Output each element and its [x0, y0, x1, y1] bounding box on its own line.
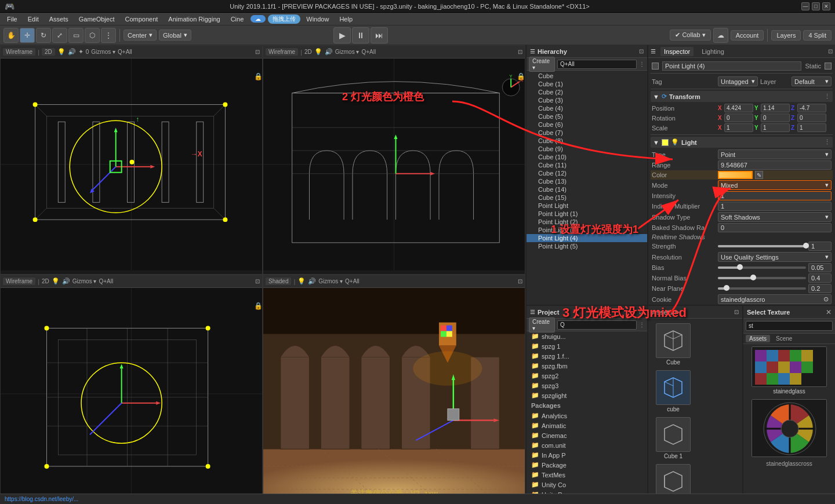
- hierarchy-item-pointlight1[interactable]: Point Light (1): [527, 210, 647, 218]
- tab-inspector[interactable]: Inspector: [660, 47, 694, 56]
- hierarchy-item-pointlight[interactable]: Point Light: [527, 202, 647, 210]
- menu-file[interactable]: File: [2, 14, 22, 24]
- inspector-maximize[interactable]: ⊡: [828, 48, 833, 54]
- project-item-unityco[interactable]: 📁Unity Co: [527, 480, 647, 490]
- object-enabled-checkbox[interactable]: [652, 63, 659, 70]
- transform-tool-button[interactable]: ⬡: [85, 28, 100, 43]
- hierarchy-collapse-icon[interactable]: ⋮: [639, 61, 645, 67]
- shadow-type-dropdown[interactable]: Soft Shadows ▾: [718, 212, 832, 222]
- static-checkbox[interactable]: [825, 63, 832, 70]
- rect-tool-button[interactable]: ▭: [68, 28, 84, 43]
- vp-right-2d-label[interactable]: 2D: [42, 278, 49, 284]
- hierarchy-item-cube5[interactable]: Cube (5): [527, 112, 647, 120]
- scale-y-field[interactable]: [761, 123, 790, 132]
- position-y-field[interactable]: [761, 104, 790, 112]
- vp-persp-maxbtn[interactable]: ⊡: [518, 278, 522, 284]
- strength-value-field[interactable]: [808, 242, 832, 251]
- hierarchy-item-cube[interactable]: Cube: [527, 72, 647, 80]
- vp-front-search[interactable]: Q+All: [361, 49, 376, 55]
- project-item-spzgfbm[interactable]: 📁spzg.fbm: [527, 361, 647, 371]
- vp-persp-audio-icon[interactable]: 🔊: [308, 277, 316, 285]
- scale-tool-button[interactable]: ⤢: [52, 28, 67, 43]
- cookie-dropdown[interactable]: stainedglasscro ⊙: [718, 294, 832, 304]
- bias-value-field[interactable]: [808, 263, 832, 272]
- vp-front-audio-icon[interactable]: 🔊: [325, 48, 333, 56]
- project-create-button[interactable]: Create ▾: [529, 317, 555, 333]
- project-item-analytics[interactable]: 📁Analytics: [527, 411, 647, 421]
- vp-top-maxbtn[interactable]: ⊡: [255, 49, 260, 55]
- vp-right-wireframe-label[interactable]: Wireframe: [3, 277, 35, 285]
- vp-right-search[interactable]: Q+All: [99, 278, 113, 284]
- object-name-field[interactable]: [662, 61, 801, 71]
- position-x-field[interactable]: [724, 104, 753, 112]
- assets-maximize[interactable]: ⊡: [734, 309, 739, 315]
- vp-top-2d-label[interactable]: 2D: [42, 48, 55, 56]
- transform-component-header[interactable]: ▼ ⟳ Transform ⋮: [651, 91, 833, 102]
- menu-component[interactable]: Component: [120, 14, 162, 24]
- texture-close-icon[interactable]: ✕: [826, 308, 832, 316]
- hierarchy-item-cube14[interactable]: Cube (14): [527, 185, 647, 193]
- vp-top-light-icon[interactable]: 💡: [57, 48, 66, 56]
- hierarchy-item-pointlight5[interactable]: Point Light (5): [527, 242, 647, 250]
- menu-window[interactable]: Window: [302, 14, 333, 24]
- menu-edit[interactable]: Edit: [23, 14, 43, 24]
- hierarchy-create-button[interactable]: Create ▾: [529, 57, 555, 72]
- transform-settings-icon[interactable]: ⋮: [824, 93, 830, 100]
- rotation-x-field[interactable]: [724, 114, 753, 122]
- vp-persp-shaded-label[interactable]: Shaded: [266, 277, 291, 285]
- project-item-spzg1f[interactable]: 📁spzg 1.f...: [527, 351, 647, 361]
- maximize-button[interactable]: □: [812, 2, 820, 10]
- hierarchy-item-cube2[interactable]: Cube (2): [527, 88, 647, 96]
- light-indirect-field[interactable]: [718, 202, 832, 211]
- normal-bias-slider[interactable]: [718, 273, 832, 283]
- vp-top-search[interactable]: Q+All: [118, 49, 132, 55]
- project-item-inapp[interactable]: 📁In App P: [527, 450, 647, 460]
- menu-cloud-button[interactable]: ☁: [251, 15, 266, 23]
- hierarchy-item-cube7[interactable]: Cube (7): [527, 129, 647, 137]
- project-item-spzg1[interactable]: 📁spzg 1: [527, 341, 647, 351]
- hierarchy-item-cube12[interactable]: Cube (12): [527, 169, 647, 177]
- vp-front-light-icon[interactable]: 💡: [314, 48, 322, 56]
- vp-persp-light-icon[interactable]: 💡: [297, 277, 306, 285]
- light-color-swatch[interactable]: [718, 171, 753, 179]
- custom-tool-button[interactable]: ⋮: [101, 28, 116, 43]
- project-search-input[interactable]: [557, 320, 637, 330]
- move-tool-button[interactable]: ✛: [20, 28, 35, 43]
- vp-front-gizmos-btn[interactable]: Gizmos ▾: [335, 49, 360, 55]
- vp-right-gizmos-btn[interactable]: Gizmos ▾: [72, 278, 97, 284]
- menu-animation-rigging[interactable]: Animation Rigging: [164, 14, 224, 24]
- texture-tab-assets[interactable]: Assets: [746, 335, 770, 342]
- tab-lighting[interactable]: Lighting: [698, 47, 728, 56]
- hierarchy-item-cube8[interactable]: Cube (8): [527, 137, 647, 145]
- hierarchy-item-cube3[interactable]: Cube (3): [527, 96, 647, 104]
- project-item-comunit[interactable]: 📁com.unit: [527, 440, 647, 450]
- texture-tab-scene[interactable]: Scene: [772, 335, 796, 342]
- viewport-persp[interactable]: Shaded | 💡 🔊 Gizmos ▾ Q+All ⊡: [263, 275, 525, 504]
- project-item-spzglight[interactable]: 📁spzglight: [527, 390, 647, 400]
- hierarchy-item-cube9[interactable]: Cube (9): [527, 145, 647, 153]
- account-button[interactable]: Account: [731, 30, 764, 41]
- vp-front-wireframe-label[interactable]: Wireframe: [266, 48, 298, 56]
- asset-item-cube1[interactable]: Cube 1: [653, 417, 694, 459]
- hierarchy-item-cube15[interactable]: Cube (15): [527, 193, 647, 202]
- project-maximize[interactable]: ⊡: [639, 309, 644, 315]
- vp-front-2d-icon[interactable]: 2D: [304, 49, 312, 55]
- project-item-cinemac[interactable]: 📁Cinemac: [527, 430, 647, 440]
- light-component-header[interactable]: ▼ 💡 Light ⋮: [651, 137, 833, 148]
- texture-search-input[interactable]: [746, 321, 833, 331]
- project-item-shuigu[interactable]: 📁shuigu...: [527, 331, 647, 341]
- viewport-front[interactable]: Wireframe | 2D 💡 🔊 Gizmos ▾ Q+All ⊡: [263, 45, 525, 275]
- hierarchy-maximize[interactable]: ⊡: [639, 48, 644, 54]
- light-enabled-checkbox[interactable]: [662, 139, 669, 146]
- menu-upload-button[interactable]: 拖拽上传: [268, 14, 300, 24]
- normal-bias-value-field[interactable]: [808, 273, 832, 283]
- hierarchy-item-cube6[interactable]: Cube (6): [527, 120, 647, 129]
- resolution-dropdown[interactable]: Use Quality Settings ▾: [718, 252, 832, 262]
- minimize-button[interactable]: —: [801, 2, 809, 10]
- vp-top-gizmos-btn[interactable]: Gizmos ▾: [91, 49, 115, 55]
- step-button[interactable]: ⏭: [371, 27, 388, 43]
- asset-item-cube-mesh[interactable]: cube: [653, 370, 694, 412]
- hierarchy-item-cube4[interactable]: Cube (4): [527, 104, 647, 112]
- hierarchy-search-input[interactable]: [557, 60, 637, 69]
- vp-front-maxbtn[interactable]: ⊡: [518, 49, 522, 55]
